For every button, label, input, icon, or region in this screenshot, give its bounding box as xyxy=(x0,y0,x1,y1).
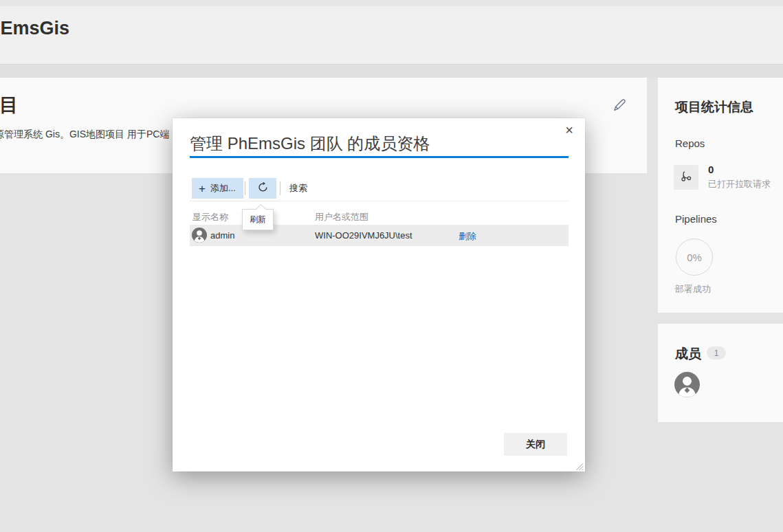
top-strip xyxy=(0,0,783,6)
search-button[interactable]: 搜索 xyxy=(283,178,314,199)
close-dialog-button[interactable]: 关闭 xyxy=(504,433,567,456)
refresh-tooltip: 刷新 xyxy=(242,209,274,230)
top-header: PhEmsGis xyxy=(0,0,783,65)
member-display-name: admin xyxy=(210,230,234,241)
dialog-title: 管理 PhEmsGis 团队 的成员资格 xyxy=(190,133,430,155)
repos-label: Repos xyxy=(675,137,705,149)
manage-membership-dialog: × 管理 PhEmsGis 团队 的成员资格 + 添加... 搜索 显示名称 用… xyxy=(173,118,585,472)
pull-request-iconbox[interactable] xyxy=(674,165,698,190)
row-avatar-icon xyxy=(192,228,207,243)
app-logo-title: PhEmsGis xyxy=(0,18,69,39)
header-sub-band xyxy=(0,65,783,78)
refresh-icon xyxy=(257,181,269,195)
toolbar-separator xyxy=(280,181,280,195)
member-avatar[interactable] xyxy=(674,372,700,397)
deploy-success-percent: 0% xyxy=(676,239,713,276)
deploy-success-caption: 部署成功 xyxy=(675,283,711,296)
members-card: 成员 1 xyxy=(658,324,783,422)
delete-member-link[interactable]: 删除 xyxy=(459,230,476,243)
member-username: WIN-OO29IVMJ6JU\test xyxy=(315,230,412,241)
toolbar-separator xyxy=(245,181,245,195)
dialog-resize-handle[interactable] xyxy=(575,461,584,470)
dialog-title-accent-underline xyxy=(190,156,569,158)
search-label: 搜索 xyxy=(289,182,307,195)
project-description: 源管理系统 Gis。GIS地图项目 用于PC端 xyxy=(0,129,169,141)
add-member-label: 添加... xyxy=(210,182,236,195)
open-pr-count: 0 xyxy=(708,164,714,175)
pipelines-label: Pipelines xyxy=(675,213,717,225)
pull-request-icon xyxy=(679,169,693,186)
dialog-close-x-icon[interactable]: × xyxy=(558,120,581,140)
members-title: 成员 xyxy=(675,345,701,363)
toolbar-divider xyxy=(190,201,569,201)
refresh-button[interactable] xyxy=(249,178,276,199)
edit-pencil-icon[interactable] xyxy=(611,97,628,113)
column-header-display-name: 显示名称 xyxy=(192,211,228,223)
project-statistics-card: 项目统计信息 Repos 0 已打开拉取请求 Pipelines 0% 部署成功 xyxy=(658,78,783,313)
column-header-username-scope: 用户名或范围 xyxy=(315,211,368,223)
project-title: 项目 xyxy=(0,93,18,118)
members-count-badge: 1 xyxy=(707,346,726,359)
plus-icon: + xyxy=(199,183,206,195)
add-member-button[interactable]: + 添加... xyxy=(192,178,243,199)
open-pr-caption: 已打开拉取请求 xyxy=(708,178,771,190)
statistics-title: 项目统计信息 xyxy=(675,98,753,116)
